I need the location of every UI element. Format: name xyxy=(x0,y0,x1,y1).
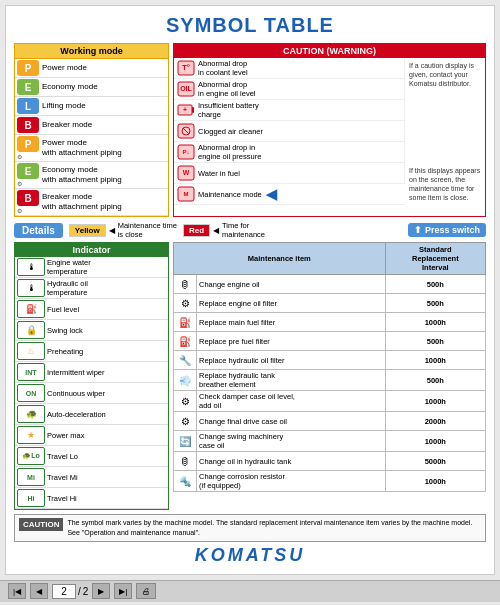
caution-text-engine-oil: Abnormal dropin engine oil level xyxy=(198,80,256,98)
ind-row-int-wiper: INT Intermittent wiper xyxy=(15,362,168,383)
change-engine-oil-icon: 🛢 xyxy=(176,276,194,292)
swing-machinery-icon: 🔄 xyxy=(176,433,194,449)
ind-row-fuel: ⛽ Fuel level xyxy=(15,299,168,320)
maint-interval: 2000h xyxy=(385,412,485,431)
wm-badge-b2: B xyxy=(17,190,39,206)
maint-item-label: Change oil in hydraulic tank xyxy=(197,452,386,471)
wm-badge-b: B xyxy=(17,117,39,133)
travel-hi-icon: Hi xyxy=(17,489,45,507)
working-mode-header: Working mode xyxy=(15,44,168,59)
ind-label-hyd-temp: Hydraulic oiltemperature xyxy=(47,279,88,297)
press-switch-label: Press switch xyxy=(425,225,480,235)
breather-icon: 💨 xyxy=(176,372,194,388)
ind-row-travel-mi: Mi Travel Mi xyxy=(15,467,168,488)
caution-text-water: Water in fuel xyxy=(198,169,240,178)
water-fuel-icon: W xyxy=(176,164,196,182)
power-max-icon: ★ xyxy=(17,426,45,444)
wm-row-economy: E Economy mode xyxy=(15,78,168,97)
wm-row-power: P Power mode xyxy=(15,59,168,78)
maint-interval: 1000h xyxy=(385,471,485,492)
hyd-tank-icon: 🛢 xyxy=(176,453,194,469)
caution-text-oil-pressure: Abnormal drop inengine oil pressure xyxy=(198,143,261,161)
nav-bar: |◀ ◀ / 2 ▶ ▶| 🖨 xyxy=(0,580,500,602)
ind-label-water-temp: Engine watertemperature xyxy=(47,258,91,276)
caution-text-maintenance: Maintenance mode xyxy=(198,190,262,199)
details-badge: Details xyxy=(14,223,63,238)
nav-next-button[interactable]: ▶ xyxy=(92,583,110,599)
svg-text:OIL: OIL xyxy=(180,85,192,92)
press-switch-icon: ⬆ xyxy=(414,225,422,235)
maint-col-item: Maintenance item xyxy=(174,243,386,275)
table-row: ⚙ Replace engine oil filter 500h xyxy=(174,294,486,313)
top-section: Working mode P Power mode E Economy mode… xyxy=(14,43,486,217)
auto-decel-icon: 🐢 xyxy=(17,405,45,423)
nav-last-button[interactable]: ▶| xyxy=(114,583,132,599)
maintenance-arrow: ◀ xyxy=(266,186,277,202)
maint-legend-red: Red ◀ Time formaintenance xyxy=(183,221,265,239)
air-cleaner-icon xyxy=(176,122,196,140)
maint-interval: 500h xyxy=(385,275,485,294)
wm-row-economy-attach: E ⚙ Economy modewith attachment piping xyxy=(15,162,168,189)
table-row: 💨 Replace hydraulic tankbreather element… xyxy=(174,370,486,391)
caution-note-1: If a caution display is given, contact y… xyxy=(407,60,483,89)
ind-label-int-wiper: Intermittent wiper xyxy=(47,368,105,377)
nav-print-button[interactable]: 🖨 xyxy=(136,583,156,599)
caution-section: CAUTION (WARNING) T° Abnormal dropin coo… xyxy=(173,43,486,217)
nav-page-separator: / xyxy=(78,586,81,597)
indicator-table: Indicator 🌡 Engine watertemperature 🌡 Hy… xyxy=(14,242,169,510)
wm-label-economy-attach: Economy modewith attachment piping xyxy=(42,165,122,184)
nav-page-input[interactable] xyxy=(52,584,76,599)
preheat-icon: ♨ xyxy=(17,342,45,360)
maint-icon-cell: 🔩 xyxy=(174,471,197,492)
maint-icon-cell: 🔧 xyxy=(174,351,197,370)
wm-label-breaker: Breaker mode xyxy=(42,120,92,130)
attach-icon-p: ⚙ xyxy=(17,153,22,160)
ind-row-swing: 🔒 Swing lock xyxy=(15,320,168,341)
maint-item-label: Replace engine oil filter xyxy=(197,294,386,313)
wm-row-power-attach: P ⚙ Power modewith attachment piping xyxy=(15,135,168,162)
ind-label-swing: Swing lock xyxy=(47,326,83,335)
caution-row-oil-pressure: P↓ Abnormal drop inengine oil pressure xyxy=(174,142,405,163)
table-row: 🔩 Change corrosion resistor(if equipped)… xyxy=(174,471,486,492)
maintenance-mode-icon: M xyxy=(176,185,196,203)
table-row: 🔧 Replace hydraulic oil filter 1000h xyxy=(174,351,486,370)
nav-prev-button[interactable]: ◀ xyxy=(30,583,48,599)
legend-arrow-1: ◀ xyxy=(109,226,115,235)
replace-oil-filter-icon: ⚙ xyxy=(176,295,194,311)
corrosion-icon: 🔩 xyxy=(176,473,194,489)
caution-footer-label: CAUTION xyxy=(19,518,63,531)
maint-icon-cell: ⛽ xyxy=(174,313,197,332)
wm-label-economy: Economy mode xyxy=(42,82,98,92)
wm-label-breaker-attach: Breaker modewith attachment piping xyxy=(42,192,122,211)
page-container: SYMBOL TABLE Working mode P Power mode E… xyxy=(5,5,495,575)
table-row: 🔄 Change swing machinerycase oil 1000h xyxy=(174,431,486,452)
main-fuel-filter-icon: ⛽ xyxy=(176,314,194,330)
hyd-temp-icon: 🌡 xyxy=(17,279,45,297)
pre-fuel-filter-icon: ⛽ xyxy=(176,333,194,349)
ind-label-travel-mi: Travel Mi xyxy=(47,473,78,482)
ind-label-auto-decel: Auto-deceleration xyxy=(47,410,106,419)
wm-label-power: Power mode xyxy=(42,63,87,73)
caution-content: T° Abnormal dropin coolant level OIL xyxy=(174,58,485,205)
maint-icon-cell: ⚙ xyxy=(174,412,197,431)
caution-text-battery: Insufficient batterycharge xyxy=(198,101,259,119)
press-switch-badge[interactable]: ⬆ Press switch xyxy=(408,223,486,237)
maint-icon-cell: 💨 xyxy=(174,370,197,391)
maint-icon-cell: ⚙ xyxy=(174,294,197,313)
legend-arrow-2: ◀ xyxy=(213,226,219,235)
battery-icon: + xyxy=(176,101,196,119)
caution-footer: CAUTION The symbol mark varies by the ma… xyxy=(14,514,486,542)
nav-first-button[interactable]: |◀ xyxy=(8,583,26,599)
komatsu-brand: KOMATSU xyxy=(14,545,486,566)
legend-yellow-badge: Yellow xyxy=(69,224,106,237)
caution-items: T° Abnormal dropin coolant level OIL xyxy=(174,58,405,205)
wm-badge-p: P xyxy=(17,60,39,76)
ind-row-preheat: ♨ Preheating xyxy=(15,341,168,362)
caution-row-maintenance: M Maintenance mode ◀ xyxy=(174,184,405,205)
ind-label-fuel: Fuel level xyxy=(47,305,79,314)
ind-label-travel-lo: Travel Lo xyxy=(47,452,78,461)
wm-badge-e2: E xyxy=(17,163,39,179)
caution-footer-text: The symbol mark varies by the machine mo… xyxy=(67,518,481,538)
ind-row-hyd-temp: 🌡 Hydraulic oiltemperature xyxy=(15,278,168,299)
maint-legend: Yellow ◀ Maintenance timeis close xyxy=(69,221,177,239)
